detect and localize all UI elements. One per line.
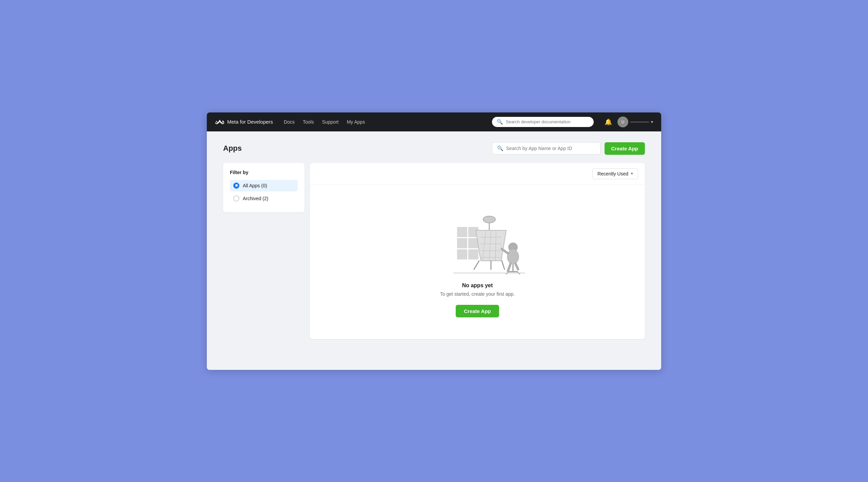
svg-line-23 (515, 264, 518, 269)
create-app-button[interactable]: Create App (605, 142, 645, 155)
page-title: Apps (223, 144, 242, 153)
user-info[interactable]: U ────── ▾ (617, 117, 653, 127)
svg-marker-8 (476, 230, 506, 261)
filter-all-apps[interactable]: All Apps (0) (230, 180, 298, 191)
svg-rect-3 (468, 238, 478, 248)
svg-point-20 (507, 249, 519, 264)
svg-rect-0 (457, 227, 467, 237)
notification-bell-icon[interactable]: 🔔 (605, 118, 612, 126)
empty-subtitle: To get started, create your first app. (440, 291, 515, 297)
app-search-input[interactable] (506, 146, 595, 151)
svg-rect-2 (457, 238, 467, 248)
sort-chevron-icon: ▾ (631, 171, 633, 176)
avatar: U (617, 117, 628, 127)
svg-point-7 (483, 216, 495, 223)
sort-dropdown[interactable]: Recently Used ▾ (592, 168, 638, 179)
empty-state-illustration (423, 207, 532, 274)
filter-title: Filter by (230, 170, 298, 175)
empty-title: No apps yet (462, 282, 493, 289)
nav-docs[interactable]: Docs (284, 119, 295, 125)
empty-state: No apps yet To get started, create your … (310, 185, 645, 339)
filter-all-apps-label: All Apps (0) (243, 183, 267, 188)
radio-all-apps-icon (233, 183, 239, 189)
meta-logo-area: Meta for Developers (215, 119, 273, 125)
svg-rect-4 (457, 249, 467, 259)
filter-panel: Filter by All Apps (0) Archived (2) (223, 163, 304, 212)
nav-support[interactable]: Support (322, 119, 339, 125)
page-header: Apps 🔍 Create App (223, 142, 645, 155)
user-menu-chevron-icon[interactable]: ▾ (651, 120, 653, 124)
header-right: 🔍 Create App (492, 142, 645, 155)
radio-archived-icon (233, 195, 239, 202)
filter-archived-label: Archived (2) (243, 196, 268, 201)
navbar-search-input[interactable] (506, 119, 589, 124)
svg-line-17 (502, 261, 505, 269)
app-search-icon: 🔍 (497, 145, 504, 151)
logo-text: Meta for Developers (227, 119, 273, 125)
content-row: Filter by All Apps (0) Archived (2) Rece… (223, 163, 645, 339)
nav-tools[interactable]: Tools (303, 119, 314, 125)
user-name: ────── (630, 119, 649, 124)
sort-label: Recently Used (597, 171, 628, 176)
apps-panel: Recently Used ▾ (310, 163, 645, 339)
svg-line-22 (508, 264, 511, 271)
navbar-search-icon: 🔍 (497, 119, 503, 125)
navbar: Meta for Developers Docs Tools Support M… (207, 112, 661, 131)
filter-archived[interactable]: Archived (2) (230, 193, 298, 204)
apps-panel-header: Recently Used ▾ (310, 163, 645, 185)
radio-all-apps-inner (235, 184, 238, 187)
navbar-right: 🔔 U ────── ▾ (605, 117, 653, 127)
app-search-bar: 🔍 (492, 142, 600, 154)
svg-rect-5 (468, 249, 478, 259)
navbar-search-container: 🔍 (492, 117, 594, 127)
navbar-links: Docs Tools Support My Apps (284, 119, 481, 125)
create-app-button-secondary[interactable]: Create App (456, 305, 499, 317)
browser-window: Meta for Developers Docs Tools Support M… (207, 112, 661, 370)
meta-logo-icon (215, 119, 224, 125)
nav-my-apps[interactable]: My Apps (347, 119, 365, 125)
main-content: Apps 🔍 Create App Filter by All Apps (0) (207, 131, 661, 350)
svg-line-16 (474, 261, 479, 269)
